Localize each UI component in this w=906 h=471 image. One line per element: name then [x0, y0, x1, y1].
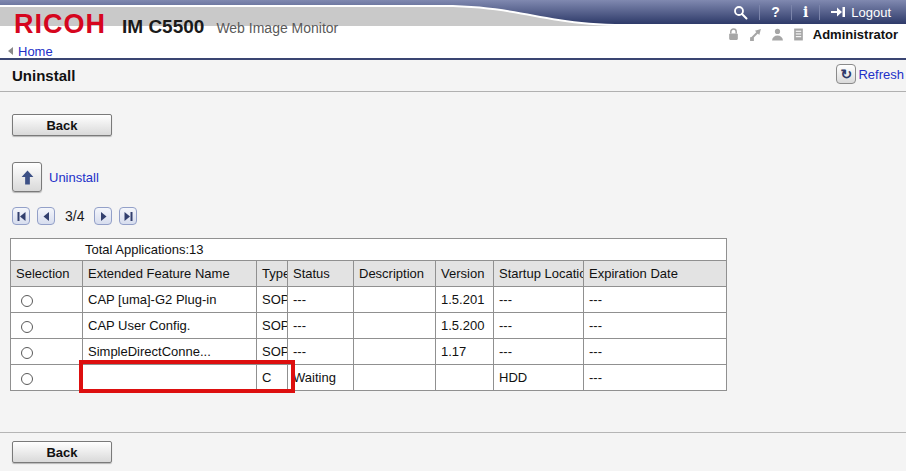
next-page-icon	[99, 212, 108, 221]
logout-icon	[831, 6, 845, 18]
uninstall-action: Uninstall	[12, 162, 99, 192]
row-3-expiration: ---	[584, 339, 727, 365]
page-title: Uninstall	[12, 67, 75, 84]
refresh-label: Refresh	[858, 67, 904, 82]
row-3-version: 1.17	[436, 339, 494, 365]
refresh-button[interactable]: ↻ Refresh	[836, 64, 904, 84]
row-2-description	[354, 313, 436, 339]
row-1-description	[354, 287, 436, 313]
help-button[interactable]: ?	[759, 5, 791, 20]
row-1-status: ---	[288, 287, 354, 313]
table-summary-row: Total Applications:13	[11, 239, 727, 261]
col-type: Type	[257, 261, 288, 287]
breadcrumb: Home	[0, 44, 906, 60]
user-icon	[771, 28, 784, 41]
uninstall-button[interactable]	[12, 162, 42, 192]
app-title: Web Image Monitor	[216, 20, 338, 36]
next-page-button[interactable]	[94, 207, 112, 225]
back-button-bottom[interactable]: Back	[12, 441, 112, 463]
brand-block: RICOH IM C5500 Web Image Monitor	[14, 9, 338, 40]
row-4-startup: HDD	[494, 365, 584, 391]
breadcrumb-home-link[interactable]: Home	[18, 44, 53, 59]
col-selection: Selection	[11, 261, 83, 287]
logout-label: Logout	[851, 5, 891, 20]
ricoh-logo: RICOH	[14, 9, 106, 40]
back-button-top[interactable]: Back	[12, 114, 112, 136]
row-4-description	[354, 365, 436, 391]
col-extended-feature-name: Extended Feature Name	[83, 261, 257, 287]
help-icon: ?	[771, 5, 780, 19]
col-expiration-date: Expiration Date	[584, 261, 727, 287]
row-4-status: Waiting	[288, 365, 354, 391]
user-role-label: Administrator	[813, 27, 898, 42]
row-1-type: SOP	[257, 287, 288, 313]
col-status: Status	[288, 261, 354, 287]
row-2-radio[interactable]	[21, 321, 33, 333]
total-applications: Total Applications:13	[11, 239, 727, 261]
table-header-row: Selection Extended Feature Name Type Sta…	[11, 261, 727, 287]
row-1-startup: ---	[494, 287, 584, 313]
row-1-radio[interactable]	[21, 295, 33, 307]
first-page-icon	[17, 212, 26, 221]
up-arrow-icon	[20, 170, 35, 185]
row-4-radio[interactable]	[21, 373, 33, 385]
row-3-startup: ---	[494, 339, 584, 365]
info-button[interactable]: i	[791, 5, 819, 20]
row-2-version: 1.5.200	[436, 313, 494, 339]
logout-button[interactable]: Logout	[819, 5, 902, 20]
col-startup-location: Startup Location	[494, 261, 584, 287]
row-3-status: ---	[288, 339, 354, 365]
table-row: CAP [uma]-G2 Plug-in SOP --- 1.5.201 ---…	[11, 287, 727, 313]
col-description: Description	[354, 261, 436, 287]
row-2-expiration: ---	[584, 313, 727, 339]
title-divider	[0, 91, 906, 92]
status-row: Administrator	[727, 27, 898, 42]
col-version: Version	[436, 261, 494, 287]
topbar: ? i Logout	[722, 0, 902, 24]
row-1-expiration: ---	[584, 287, 727, 313]
lock-icon	[727, 28, 740, 41]
refresh-icon: ↻	[836, 64, 856, 84]
share-icon	[749, 28, 762, 41]
first-page-button[interactable]	[12, 207, 30, 225]
pagination: 3/4	[12, 207, 137, 225]
breadcrumb-back-icon	[8, 47, 13, 55]
search-icon	[733, 5, 748, 20]
row-2-startup: ---	[494, 313, 584, 339]
bottom-divider	[0, 432, 906, 433]
row-3-radio[interactable]	[21, 347, 33, 359]
row-4-version	[436, 365, 494, 391]
prev-page-button[interactable]	[37, 207, 55, 225]
info-icon: i	[803, 5, 808, 19]
table-row: CAP User Config. SOP --- 1.5.200 --- ---	[11, 313, 727, 339]
row-3-description	[354, 339, 436, 365]
last-page-icon	[124, 212, 133, 221]
prev-page-icon	[42, 212, 51, 221]
search-button[interactable]	[722, 5, 759, 20]
last-page-button[interactable]	[119, 207, 137, 225]
row-2-name: CAP User Config.	[83, 313, 257, 339]
row-2-status: ---	[288, 313, 354, 339]
uninstall-link-label[interactable]: Uninstall	[49, 170, 99, 185]
row-1-version: 1.5.201	[436, 287, 494, 313]
row-1-name: CAP [uma]-G2 Plug-in	[83, 287, 257, 313]
annotation-red-box	[79, 360, 295, 393]
row-2-type: SOP	[257, 313, 288, 339]
list-icon	[793, 28, 804, 41]
page-count: 3/4	[62, 208, 87, 224]
header: RICOH IM C5500 Web Image Monitor ? i Log…	[0, 0, 906, 44]
row-4-expiration: ---	[584, 365, 727, 391]
device-model: IM C5500	[122, 16, 204, 38]
